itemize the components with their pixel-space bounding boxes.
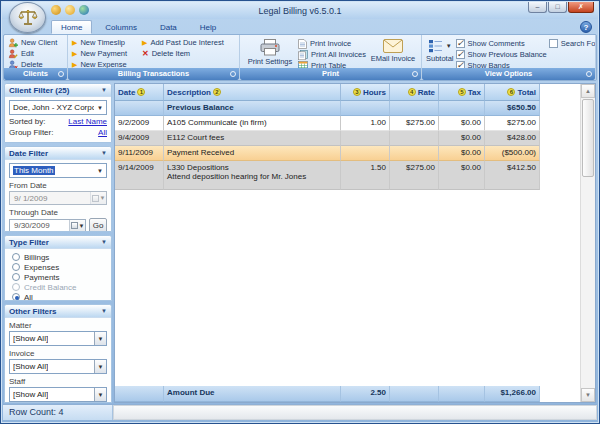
show-previous-balance-checkbox[interactable]: ✓ Show Previous Balance bbox=[456, 49, 547, 60]
calendar-dropdown-icon[interactable]: ▼ bbox=[69, 220, 85, 232]
cell-date bbox=[115, 386, 164, 402]
radio-billings[interactable]: Billings bbox=[9, 252, 107, 262]
tab-data[interactable]: Data bbox=[150, 20, 187, 34]
chevron-down-icon: ▼ bbox=[101, 308, 107, 314]
title-bar[interactable]: Legal Billing v6.5.0.1 – □ ✗ bbox=[2, 2, 598, 19]
ribbon-group-billing-transactions: ▶ New Timeslip ▶ New Payment ▶ New Expen… bbox=[68, 35, 240, 80]
scroll-up-icon[interactable]: ▲ bbox=[581, 84, 595, 98]
print-settings-label: Print Settings bbox=[248, 57, 293, 66]
dropdown-arrow-icon[interactable]: ▼ bbox=[94, 164, 106, 177]
date-range-select[interactable]: This Month ▼ bbox=[9, 163, 107, 178]
tab-help[interactable]: Help bbox=[190, 20, 226, 34]
other-filters-header[interactable]: Other Filters ▼ bbox=[5, 305, 111, 318]
date-filter-header[interactable]: Date Filter ▼ bbox=[5, 147, 111, 160]
cell-total: $412.50 bbox=[485, 161, 540, 190]
staff-select[interactable]: [Show All] ▼ bbox=[9, 387, 107, 402]
dropdown-arrow-icon[interactable]: ▼ bbox=[94, 360, 106, 373]
radio-icon bbox=[12, 263, 20, 271]
print-settings-button[interactable]: Print Settings bbox=[244, 37, 296, 71]
maximize-button[interactable]: □ bbox=[548, 2, 567, 13]
tab-columns[interactable]: Columns bbox=[95, 20, 147, 34]
sorted-by-label: Sorted by: bbox=[9, 117, 45, 126]
qat-globe-icon[interactable] bbox=[79, 5, 89, 15]
dialog-launcher-icon[interactable] bbox=[586, 71, 592, 77]
tab-home[interactable]: Home bbox=[51, 20, 92, 34]
show-comments-checkbox[interactable]: ✓ Show Comments bbox=[456, 38, 547, 49]
cell-hours bbox=[341, 146, 390, 161]
edit-client-button[interactable]: Edit bbox=[8, 48, 64, 59]
print-invoice-button[interactable]: Print Invoice bbox=[298, 38, 366, 49]
go-button[interactable]: Go bbox=[89, 218, 107, 232]
horizontal-scrollbar[interactable] bbox=[113, 405, 597, 420]
table-row[interactable]: 9/2/2009 A105 Communicate (in firm) 1.00… bbox=[115, 116, 540, 131]
previous-balance-row[interactable]: Previous Balance $650.50 bbox=[115, 101, 540, 116]
email-invoice-button[interactable]: EMail Invoice bbox=[368, 37, 418, 71]
checkbox-icon: ✓ bbox=[456, 39, 465, 48]
client-select[interactable]: Doe, John - XYZ Corporation ▼ bbox=[9, 100, 107, 115]
help-button[interactable]: ? bbox=[580, 21, 592, 33]
col-header-description[interactable]: Description2 bbox=[164, 84, 341, 101]
qat-binoculars-icon[interactable] bbox=[51, 5, 61, 15]
col-header-date[interactable]: Date1 bbox=[115, 84, 164, 101]
cell-tax bbox=[439, 101, 485, 116]
table-row[interactable]: 9/14/2009 L330 Depositions Attend deposi… bbox=[115, 161, 540, 190]
app-button[interactable] bbox=[9, 2, 46, 33]
cell-date: 9/2/2009 bbox=[115, 116, 164, 131]
subtotal-outline-icon bbox=[428, 39, 443, 53]
group-filter-link[interactable]: All bbox=[98, 128, 107, 137]
qat-lightbulb-icon[interactable] bbox=[65, 5, 75, 15]
dropdown-arrow-icon[interactable]: ▼ bbox=[94, 388, 106, 401]
dialog-launcher-icon[interactable] bbox=[230, 71, 236, 77]
printer-icon bbox=[259, 39, 281, 56]
client-filter-header[interactable]: Client Filter (25) ▼ bbox=[5, 84, 111, 97]
column-order-badge: 6 bbox=[507, 88, 515, 96]
dialog-launcher-icon[interactable] bbox=[58, 71, 64, 77]
add-past-due-interest-label: Add Past Due Interest bbox=[150, 38, 223, 47]
radio-all[interactable]: All bbox=[9, 292, 107, 301]
minimize-button[interactable]: – bbox=[528, 2, 547, 13]
document-icon bbox=[298, 39, 307, 49]
subtotal-button[interactable]: ▼ Subtotal bbox=[426, 37, 454, 71]
radio-expenses[interactable]: Expenses bbox=[9, 262, 107, 272]
row-count-text: Row Count: 4 bbox=[3, 405, 113, 420]
radio-icon bbox=[12, 273, 20, 281]
radio-payments[interactable]: Payments bbox=[9, 272, 107, 282]
amount-due-row: Amount Due 2.50 $1,266.00 bbox=[115, 386, 540, 402]
cell-tax bbox=[439, 386, 485, 402]
col-header-tax[interactable]: 5Tax bbox=[439, 84, 485, 101]
add-past-due-interest-button[interactable]: ▶ Add Past Due Interest bbox=[142, 37, 224, 48]
comment-line: Attend deposition hearing for Mr. Jones bbox=[167, 172, 337, 181]
invoice-select[interactable]: [Show All] ▼ bbox=[9, 359, 107, 374]
radio-icon bbox=[12, 253, 20, 261]
dropdown-arrow-icon[interactable]: ▼ bbox=[94, 332, 106, 345]
dialog-launcher-icon[interactable] bbox=[412, 71, 418, 77]
col-header-rate[interactable]: 4Rate bbox=[390, 84, 439, 101]
close-button[interactable]: ✗ bbox=[568, 2, 594, 13]
subtotal-dropdown-icon[interactable]: ▼ bbox=[446, 43, 452, 49]
cell-hours: 1.00 bbox=[341, 116, 390, 131]
show-previous-balance-label: Show Previous Balance bbox=[468, 50, 547, 59]
print-all-invoices-button[interactable]: Print All Invoices bbox=[298, 49, 366, 60]
email-invoice-label: EMail Invoice bbox=[371, 54, 416, 63]
through-date-field[interactable]: 9/30/2009 ▼ bbox=[9, 219, 86, 233]
matter-select[interactable]: [Show All] ▼ bbox=[9, 331, 107, 346]
column-order-badge: 4 bbox=[408, 88, 416, 96]
type-filter-header[interactable]: Type Filter ▼ bbox=[5, 236, 111, 249]
show-comments-label: Show Comments bbox=[468, 39, 525, 48]
delete-item-button[interactable]: ✕ Delete Item bbox=[142, 48, 224, 59]
scrollbar-thumb[interactable] bbox=[582, 99, 594, 177]
col-header-hours[interactable]: 3Hours bbox=[341, 84, 390, 101]
vertical-scrollbar[interactable]: ▲ ▼ bbox=[580, 84, 595, 402]
col-header-total[interactable]: 6Total bbox=[485, 84, 540, 101]
scroll-down-icon[interactable]: ▼ bbox=[581, 388, 595, 402]
dropdown-arrow-icon[interactable]: ▼ bbox=[94, 101, 106, 114]
gold-arrow-icon: ▶ bbox=[72, 61, 77, 68]
new-timeslip-button[interactable]: ▶ New Timeslip bbox=[72, 37, 140, 48]
table-row[interactable]: 9/4/2009 E112 Court fees $0.00 $428.00 bbox=[115, 131, 540, 146]
sorted-by-link[interactable]: Last Name bbox=[68, 117, 107, 126]
search-footer-checkbox[interactable]: ✓ Search Footer bbox=[549, 38, 596, 49]
new-payment-button[interactable]: ▶ New Payment bbox=[72, 48, 140, 59]
table-row-payment[interactable]: 9/11/2009 Payment Received $0.00 ($500.0… bbox=[115, 146, 540, 161]
column-order-badge: 1 bbox=[137, 88, 145, 96]
new-client-button[interactable]: New Client bbox=[8, 37, 64, 48]
